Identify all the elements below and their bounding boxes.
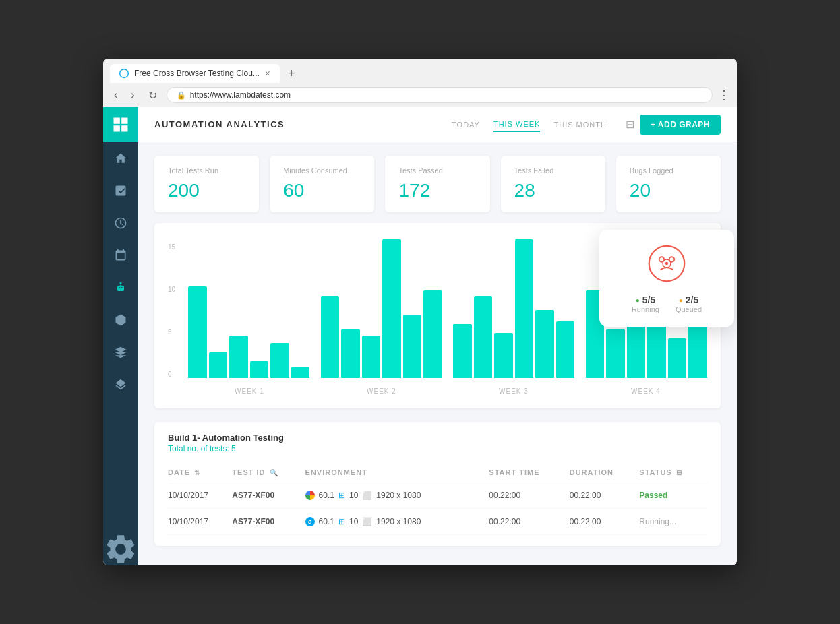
bar[interactable] bbox=[535, 310, 554, 378]
browser-menu-button[interactable]: ⋮ bbox=[718, 88, 730, 102]
stat-card-total-tests: Total Tests Run 200 bbox=[154, 156, 259, 212]
sidebar-item-calendar[interactable] bbox=[103, 239, 138, 272]
bar[interactable] bbox=[270, 343, 289, 379]
table-row: 10/10/2017 AS77-XF00 e 60.1 ⊞ 10 bbox=[168, 509, 707, 535]
chart-icon bbox=[114, 184, 127, 197]
build-table: DATE ⇅ TEST ID 🔍 bbox=[168, 463, 707, 535]
resolution-1: 1920 x 1080 bbox=[376, 491, 421, 500]
filter-this-month[interactable]: THIS MONTH bbox=[553, 118, 606, 131]
build-section: Build 1- Automation Testing Total no. of… bbox=[138, 422, 737, 559]
ie-icon: e bbox=[305, 517, 315, 526]
lock-icon: 🔒 bbox=[177, 91, 186, 100]
bar[interactable] bbox=[188, 286, 207, 379]
sidebar-item-settings[interactable] bbox=[103, 533, 138, 565]
bar[interactable] bbox=[474, 296, 493, 378]
bar[interactable] bbox=[403, 315, 422, 379]
bar[interactable] bbox=[494, 333, 513, 378]
cell-test-id-2: AS77-XF00 bbox=[232, 509, 305, 535]
logo-icon bbox=[111, 115, 130, 134]
bar[interactable] bbox=[515, 239, 534, 378]
bar[interactable] bbox=[453, 324, 472, 378]
build-title: Build 1- Automation Testing bbox=[168, 433, 707, 443]
bar[interactable] bbox=[321, 296, 340, 378]
col-test-id: TEST ID 🔍 bbox=[232, 463, 305, 482]
bar[interactable] bbox=[229, 336, 248, 378]
sidebar bbox=[103, 107, 138, 565]
cell-environment-2: e 60.1 ⊞ 10 ⬜ 1920 x 1080 bbox=[305, 509, 489, 535]
col-status: STATUS ⊟ bbox=[639, 463, 707, 482]
stat-card-passed: Tests Passed 172 bbox=[385, 156, 489, 212]
back-button[interactable]: ‹ bbox=[110, 88, 121, 102]
address-bar[interactable]: 🔒 https://www.lambdatest.com bbox=[167, 87, 713, 103]
running-label: Running bbox=[632, 305, 659, 313]
filter-icon[interactable]: ⊟ bbox=[676, 469, 682, 476]
forward-button[interactable]: › bbox=[127, 88, 138, 102]
running-count: 5/5 bbox=[642, 294, 655, 305]
new-tab-button[interactable]: + bbox=[282, 65, 301, 82]
sidebar-item-analytics[interactable] bbox=[103, 175, 138, 207]
top-nav: AUTOMATION ANALYTICS TODAY THIS WEEK THI… bbox=[138, 107, 737, 142]
browser-toolbar: ‹ › ↻ 🔒 https://www.lambdatest.com ⋮ bbox=[103, 83, 737, 107]
sidebar-item-box[interactable] bbox=[103, 304, 138, 336]
cell-duration-2: 00.22:00 bbox=[570, 509, 640, 535]
windows-icon: ⊞ bbox=[338, 491, 345, 500]
stat-card-minutes: Minutes Consumed 60 bbox=[270, 156, 374, 212]
stat-value-passed: 172 bbox=[398, 180, 476, 201]
add-graph-button[interactable]: + ADD GRAPH bbox=[640, 115, 721, 135]
bar[interactable] bbox=[627, 324, 646, 378]
tab-close-button[interactable]: × bbox=[265, 68, 270, 79]
robot-face-icon bbox=[647, 243, 687, 284]
bar[interactable] bbox=[209, 352, 228, 378]
cell-start-time-1: 00.22:00 bbox=[489, 482, 569, 509]
bar[interactable] bbox=[382, 239, 401, 378]
main-content: AUTOMATION ANALYTICS TODAY THIS WEEK THI… bbox=[138, 107, 737, 565]
chart-section: 0 5 10 15 bbox=[138, 223, 737, 422]
clock-icon bbox=[114, 216, 127, 230]
browser-tab[interactable]: Free Cross Browser Testing Clou... × bbox=[110, 64, 280, 83]
monitor-icon: ⬜ bbox=[362, 491, 372, 500]
cell-status-2: Running... bbox=[639, 509, 707, 535]
filter-icon[interactable]: ⊟ bbox=[626, 118, 634, 131]
svg-point-5 bbox=[665, 262, 669, 266]
bar[interactable] bbox=[250, 361, 269, 378]
sidebar-item-layers[interactable] bbox=[103, 369, 138, 401]
build-subtitle: Total no. of tests: 5 bbox=[168, 444, 707, 454]
queued-status: ● 2/5 Queued bbox=[676, 294, 702, 313]
queued-count: 2/5 bbox=[686, 294, 698, 305]
bar[interactable] bbox=[606, 329, 625, 379]
filter-today[interactable]: TODAY bbox=[452, 118, 480, 131]
resolution-2: 1920 x 1080 bbox=[376, 517, 421, 526]
layers-icon bbox=[114, 378, 127, 392]
bar[interactable] bbox=[341, 329, 360, 379]
y-label-5: 5 bbox=[168, 328, 181, 336]
col-date: DATE ⇅ bbox=[168, 463, 232, 482]
os-version-1: 10 bbox=[349, 491, 358, 500]
stats-section: Total Tests Run 200 Minutes Consumed 60 … bbox=[138, 142, 737, 223]
cell-test-id-1: AS77-XF00 bbox=[232, 482, 305, 509]
bar[interactable] bbox=[668, 338, 687, 378]
live-status-icon bbox=[616, 243, 718, 286]
sort-icon[interactable]: ⇅ bbox=[194, 469, 200, 476]
sidebar-item-history[interactable] bbox=[103, 207, 138, 239]
filter-this-week[interactable]: THIS WEEK bbox=[493, 117, 541, 132]
env-icons-1: 60.1 ⊞ 10 ⬜ 1920 x 1080 bbox=[305, 491, 489, 500]
svg-point-0 bbox=[120, 69, 127, 77]
col-start-time: START TIME bbox=[489, 463, 569, 482]
search-icon[interactable]: 🔍 bbox=[270, 469, 278, 476]
sidebar-item-integration[interactable] bbox=[103, 336, 138, 369]
env-icons-2: e 60.1 ⊞ 10 ⬜ 1920 x 1080 bbox=[305, 517, 489, 526]
week-1-bars bbox=[188, 237, 310, 378]
y-label-15: 15 bbox=[168, 243, 181, 251]
calendar-icon bbox=[114, 249, 127, 262]
build-container: Build 1- Automation Testing Total no. of… bbox=[154, 422, 721, 546]
bar[interactable] bbox=[362, 336, 381, 378]
reload-button[interactable]: ↻ bbox=[144, 88, 161, 103]
sidebar-item-home[interactable] bbox=[103, 142, 138, 175]
cell-duration-1: 00.22:00 bbox=[570, 482, 640, 509]
bar[interactable] bbox=[423, 290, 442, 378]
bar[interactable] bbox=[291, 367, 310, 378]
bar[interactable] bbox=[556, 321, 575, 378]
x-label-week3: WEEK 3 bbox=[452, 387, 575, 395]
sidebar-logo[interactable] bbox=[103, 107, 138, 142]
sidebar-item-robot[interactable] bbox=[103, 272, 138, 304]
